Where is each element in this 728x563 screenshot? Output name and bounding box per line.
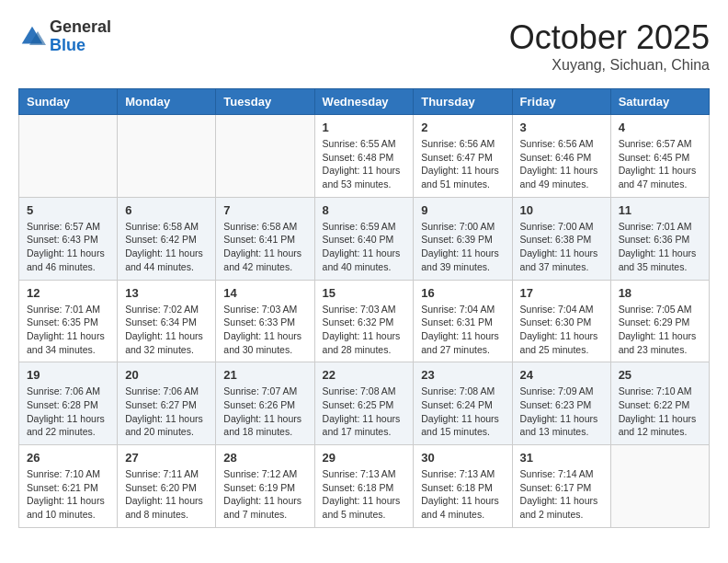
calendar-week-row: 12Sunrise: 7:01 AM Sunset: 6:35 PM Dayli…	[19, 280, 710, 362]
calendar-cell: 26Sunrise: 7:10 AM Sunset: 6:21 PM Dayli…	[19, 445, 118, 528]
day-number: 19	[27, 368, 109, 382]
calendar-cell: 6Sunrise: 6:58 AM Sunset: 6:42 PM Daylig…	[118, 197, 216, 280]
calendar-header-row: SundayMondayTuesdayWednesdayThursdayFrid…	[19, 89, 710, 115]
day-info: Sunrise: 6:56 AM Sunset: 6:46 PM Dayligh…	[520, 137, 603, 191]
calendar-cell: 5Sunrise: 6:57 AM Sunset: 6:43 PM Daylig…	[19, 197, 118, 280]
calendar-cell: 24Sunrise: 7:09 AM Sunset: 6:23 PM Dayli…	[512, 362, 610, 445]
calendar-cell: 4Sunrise: 6:57 AM Sunset: 6:45 PM Daylig…	[610, 115, 709, 198]
day-number: 15	[323, 286, 406, 300]
calendar-week-row: 1Sunrise: 6:55 AM Sunset: 6:48 PM Daylig…	[19, 115, 710, 198]
logo-icon	[18, 23, 46, 51]
calendar-cell: 20Sunrise: 7:06 AM Sunset: 6:27 PM Dayli…	[118, 362, 216, 445]
calendar-cell: 8Sunrise: 6:59 AM Sunset: 6:40 PM Daylig…	[314, 197, 414, 280]
column-header-monday: Monday	[118, 89, 216, 115]
calendar-cell: 27Sunrise: 7:11 AM Sunset: 6:20 PM Dayli…	[118, 445, 216, 528]
calendar-cell: 9Sunrise: 7:00 AM Sunset: 6:39 PM Daylig…	[414, 197, 512, 280]
column-header-saturday: Saturday	[610, 89, 709, 115]
calendar-cell: 31Sunrise: 7:14 AM Sunset: 6:17 PM Dayli…	[512, 445, 610, 528]
logo-text: General Blue	[50, 18, 111, 55]
day-number: 28	[223, 451, 306, 465]
calendar-cell: 16Sunrise: 7:04 AM Sunset: 6:31 PM Dayli…	[414, 280, 512, 362]
day-info: Sunrise: 7:12 AM Sunset: 6:19 PM Dayligh…	[223, 467, 306, 522]
month-title: October 2025	[509, 18, 710, 57]
day-info: Sunrise: 7:04 AM Sunset: 6:30 PM Dayligh…	[520, 303, 603, 357]
day-info: Sunrise: 7:14 AM Sunset: 6:17 PM Dayligh…	[520, 467, 603, 522]
day-info: Sunrise: 6:55 AM Sunset: 6:48 PM Dayligh…	[323, 137, 406, 191]
day-number: 17	[520, 286, 603, 300]
day-info: Sunrise: 7:01 AM Sunset: 6:36 PM Dayligh…	[619, 220, 701, 274]
day-number: 29	[323, 451, 406, 465]
calendar-table: SundayMondayTuesdayWednesdayThursdayFrid…	[18, 88, 710, 528]
calendar-cell	[118, 115, 216, 198]
column-header-friday: Friday	[512, 89, 610, 115]
calendar-cell: 3Sunrise: 6:56 AM Sunset: 6:46 PM Daylig…	[512, 115, 610, 198]
day-info: Sunrise: 7:10 AM Sunset: 6:22 PM Dayligh…	[619, 385, 701, 439]
day-number: 2	[421, 121, 504, 134]
calendar-cell	[19, 115, 118, 198]
day-info: Sunrise: 7:04 AM Sunset: 6:31 PM Dayligh…	[421, 303, 504, 357]
day-number: 22	[323, 368, 406, 382]
calendar-cell: 21Sunrise: 7:07 AM Sunset: 6:26 PM Dayli…	[216, 362, 314, 445]
day-number: 25	[619, 368, 701, 382]
day-number: 3	[520, 121, 603, 134]
day-number: 13	[125, 286, 208, 300]
calendar-cell: 17Sunrise: 7:04 AM Sunset: 6:30 PM Dayli…	[512, 280, 610, 362]
day-info: Sunrise: 7:02 AM Sunset: 6:34 PM Dayligh…	[125, 303, 208, 357]
day-info: Sunrise: 7:13 AM Sunset: 6:18 PM Dayligh…	[421, 467, 504, 522]
day-number: 9	[421, 203, 504, 217]
day-number: 31	[520, 451, 603, 465]
day-number: 14	[223, 286, 306, 300]
day-number: 12	[27, 286, 109, 300]
day-number: 8	[323, 203, 406, 217]
day-info: Sunrise: 7:03 AM Sunset: 6:33 PM Dayligh…	[223, 303, 306, 357]
day-number: 7	[223, 203, 306, 217]
calendar-week-row: 26Sunrise: 7:10 AM Sunset: 6:21 PM Dayli…	[19, 445, 710, 528]
calendar-week-row: 5Sunrise: 6:57 AM Sunset: 6:43 PM Daylig…	[19, 197, 710, 280]
logo-blue: Blue	[50, 36, 85, 54]
day-info: Sunrise: 7:01 AM Sunset: 6:35 PM Dayligh…	[27, 303, 109, 357]
calendar-cell	[610, 445, 709, 528]
calendar-cell: 29Sunrise: 7:13 AM Sunset: 6:18 PM Dayli…	[314, 445, 414, 528]
logo-general: General	[50, 17, 111, 36]
day-number: 16	[421, 286, 504, 300]
column-header-sunday: Sunday	[19, 89, 118, 115]
day-number: 30	[421, 451, 504, 465]
day-info: Sunrise: 7:08 AM Sunset: 6:24 PM Dayligh…	[421, 385, 504, 439]
calendar-cell: 7Sunrise: 6:58 AM Sunset: 6:41 PM Daylig…	[216, 197, 314, 280]
day-number: 18	[619, 286, 701, 300]
day-info: Sunrise: 7:13 AM Sunset: 6:18 PM Dayligh…	[323, 467, 406, 522]
day-info: Sunrise: 6:56 AM Sunset: 6:47 PM Dayligh…	[421, 137, 504, 191]
day-info: Sunrise: 7:00 AM Sunset: 6:39 PM Dayligh…	[421, 220, 504, 274]
calendar-cell: 25Sunrise: 7:10 AM Sunset: 6:22 PM Dayli…	[610, 362, 709, 445]
day-info: Sunrise: 7:05 AM Sunset: 6:29 PM Dayligh…	[619, 303, 701, 357]
day-info: Sunrise: 7:07 AM Sunset: 6:26 PM Dayligh…	[223, 385, 306, 439]
day-number: 20	[125, 368, 208, 382]
calendar-cell: 13Sunrise: 7:02 AM Sunset: 6:34 PM Dayli…	[118, 280, 216, 362]
day-info: Sunrise: 7:08 AM Sunset: 6:25 PM Dayligh…	[323, 385, 406, 439]
day-number: 27	[125, 451, 208, 465]
column-header-tuesday: Tuesday	[216, 89, 314, 115]
day-info: Sunrise: 7:10 AM Sunset: 6:21 PM Dayligh…	[27, 467, 109, 522]
day-number: 10	[520, 203, 603, 217]
calendar-cell: 12Sunrise: 7:01 AM Sunset: 6:35 PM Dayli…	[19, 280, 118, 362]
day-info: Sunrise: 6:58 AM Sunset: 6:42 PM Dayligh…	[125, 220, 208, 274]
calendar-week-row: 19Sunrise: 7:06 AM Sunset: 6:28 PM Dayli…	[19, 362, 710, 445]
column-header-thursday: Thursday	[414, 89, 512, 115]
day-number: 23	[421, 368, 504, 382]
day-number: 1	[323, 121, 406, 134]
day-number: 4	[619, 121, 701, 134]
calendar-cell: 28Sunrise: 7:12 AM Sunset: 6:19 PM Dayli…	[216, 445, 314, 528]
day-info: Sunrise: 7:11 AM Sunset: 6:20 PM Dayligh…	[125, 467, 208, 522]
calendar-cell: 11Sunrise: 7:01 AM Sunset: 6:36 PM Dayli…	[610, 197, 709, 280]
day-info: Sunrise: 7:00 AM Sunset: 6:38 PM Dayligh…	[520, 220, 603, 274]
calendar-cell: 18Sunrise: 7:05 AM Sunset: 6:29 PM Dayli…	[610, 280, 709, 362]
calendar-cell: 2Sunrise: 6:56 AM Sunset: 6:47 PM Daylig…	[414, 115, 512, 198]
day-number: 26	[27, 451, 109, 465]
calendar-cell: 1Sunrise: 6:55 AM Sunset: 6:48 PM Daylig…	[314, 115, 414, 198]
page-header: General Blue October 2025 Xuyang, Sichua…	[18, 18, 710, 74]
calendar-cell: 22Sunrise: 7:08 AM Sunset: 6:25 PM Dayli…	[314, 362, 414, 445]
day-info: Sunrise: 7:06 AM Sunset: 6:27 PM Dayligh…	[125, 385, 208, 439]
calendar-cell	[216, 115, 314, 198]
day-info: Sunrise: 7:06 AM Sunset: 6:28 PM Dayligh…	[27, 385, 109, 439]
calendar-cell: 10Sunrise: 7:00 AM Sunset: 6:38 PM Dayli…	[512, 197, 610, 280]
